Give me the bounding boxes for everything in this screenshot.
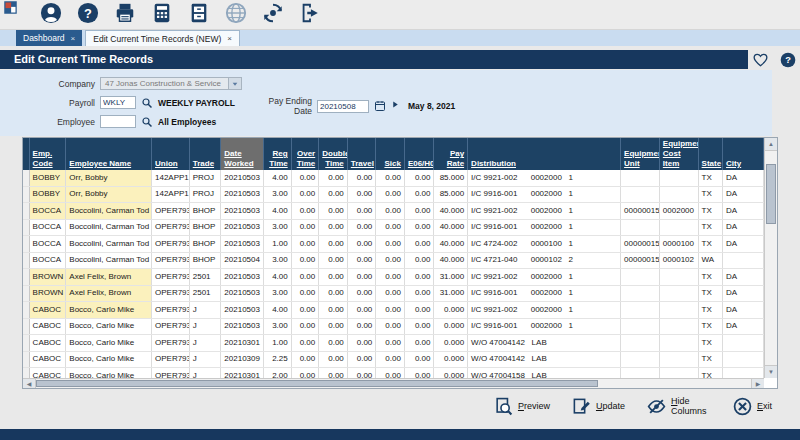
cell[interactable]: 0000102 [659,252,698,269]
cell[interactable]: I/C 9921-002 0002000 1 [468,203,621,220]
cell[interactable]: 0.00 [404,285,434,302]
cell[interactable]: PROJ [189,186,221,203]
table-row[interactable]: CABOCBocco, Carlo MikeOPER793J202105034.… [23,302,764,319]
cell[interactable]: 20210301 [221,335,264,352]
cell[interactable]: 0002000 [659,203,698,220]
cell[interactable]: 0.00 [347,186,376,203]
cell[interactable]: 0.00 [376,219,405,236]
cell[interactable]: 0.00 [319,335,348,352]
cell[interactable]: 3.00 [264,186,292,203]
preview-button[interactable]: Preview [494,397,550,416]
cell[interactable]: 31.000 [434,269,468,286]
cell[interactable]: 20210309 [221,351,264,368]
cell[interactable]: 0.00 [376,302,405,319]
cell[interactable]: 0.00 [347,318,376,335]
cell[interactable] [723,252,764,269]
cell[interactable]: 0.00 [404,351,434,368]
cell[interactable]: 0000100 [659,236,698,253]
cell[interactable]: CABOC [29,302,66,319]
favorite-heart-icon[interactable] [752,52,769,68]
table-row[interactable]: BOCCABoccolini, Carman TodOPER793BHOP202… [23,236,764,253]
cell[interactable]: DA [723,186,764,203]
cell[interactable] [659,219,698,236]
cell[interactable]: 0.00 [376,335,405,352]
cell[interactable]: OPER793 [152,368,190,379]
cell[interactable]: Boccolini, Carman Tod [66,252,152,269]
cell[interactable]: 0.00 [291,219,319,236]
cell[interactable]: 40.000 [434,219,468,236]
cell[interactable]: OPER793 [152,269,190,286]
cell[interactable]: 20210503 [221,318,264,335]
table-row[interactable]: CABOCBocco, Carlo MikeOPER793J202103092.… [23,351,764,368]
cell[interactable]: 00000015 [621,252,660,269]
col-header-date-worked[interactable]: Date Worked [221,138,264,170]
scroll-down-arrow-icon[interactable]: ▼ [765,365,777,378]
cell[interactable]: 3.00 [264,219,292,236]
cell[interactable]: WA [698,252,722,269]
col-header-e06-h06[interactable]: E06/H06 [404,138,434,170]
cell[interactable]: 20210503 [221,186,264,203]
cell[interactable]: 0.00 [319,285,348,302]
cell[interactable]: 1.00 [264,335,292,352]
cell[interactable]: I/C 9916-001 0002000 1 [468,219,621,236]
table-row[interactable]: CABOCBocco, Carlo MikeOPER793J202105033.… [23,318,764,335]
cell[interactable]: Bocco, Carlo Mike [66,302,152,319]
col-header-equipment-unit[interactable]: Equipment Unit [621,138,660,170]
cell[interactable] [659,285,698,302]
cell[interactable]: 0.00 [347,368,376,379]
cell[interactable]: 0.00 [376,285,405,302]
cell[interactable]: I/C 9916-001 0002000 1 [468,285,621,302]
col-header-union[interactable]: Union [152,138,190,170]
col-header-over-time[interactable]: Over Time [291,138,319,170]
toolbar-calculator-button[interactable] [150,3,174,27]
table-row[interactable]: BROWNAxel Felix, BrownOPER79325012021050… [23,269,764,286]
scroll-up-arrow-icon[interactable]: ▲ [765,138,777,151]
cell[interactable] [621,170,660,186]
cell[interactable]: Axel Felix, Brown [66,285,152,302]
cell[interactable]: 0.00 [376,318,405,335]
cell[interactable]: Bocco, Carlo Mike [66,368,152,379]
cell[interactable]: W/O 47004142 LAB [468,335,621,352]
cell[interactable] [621,219,660,236]
cell[interactable]: BHOP [189,203,221,220]
cell[interactable]: 0.00 [291,236,319,253]
col-header-travel[interactable]: Travel [347,138,376,170]
tab-edit-close-icon[interactable]: × [227,34,232,43]
cell[interactable]: 0.00 [291,186,319,203]
cell[interactable]: 0.00 [319,269,348,286]
col-header-equipment-cost-item[interactable]: Equipment Cost Item [659,138,698,170]
tab-dashboard-close-icon[interactable]: × [71,34,76,43]
cell[interactable] [621,285,660,302]
cell[interactable]: 0.00 [376,170,405,186]
cell[interactable]: Bocco, Carlo Mike [66,318,152,335]
cell[interactable]: OPER793 [152,302,190,319]
cell[interactable]: 0.00 [376,351,405,368]
cell[interactable]: DA [723,219,764,236]
cell[interactable]: DA [723,285,764,302]
cell[interactable]: 0.000 [434,335,468,352]
cell[interactable]: 3.00 [264,318,292,335]
cell[interactable]: 0.00 [376,368,405,379]
col-header-state[interactable]: State [698,138,722,170]
cell[interactable] [621,318,660,335]
cell[interactable]: TX [698,236,722,253]
cell[interactable]: 0.00 [404,219,434,236]
cell[interactable]: 20210503 [221,170,264,186]
cell[interactable]: 4.00 [264,269,292,286]
cell[interactable]: 4.00 [264,170,292,186]
pay-ending-date-input[interactable] [317,100,369,113]
cell[interactable]: 0.00 [347,219,376,236]
cell[interactable]: DA [723,302,764,319]
cell[interactable]: 40.000 [434,203,468,220]
cell[interactable]: TX [698,318,722,335]
cell[interactable]: Bocco, Carlo Mike [66,335,152,352]
cell[interactable] [621,302,660,319]
cell[interactable]: CABOC [29,318,66,335]
cell[interactable]: BOCCA [29,203,66,220]
cell[interactable]: J [189,351,221,368]
cell[interactable]: 0.000 [434,318,468,335]
cell[interactable] [659,170,698,186]
cell[interactable]: Bocco, Carlo Mike [66,351,152,368]
cell[interactable]: TX [698,335,722,352]
cell[interactable] [659,186,698,203]
